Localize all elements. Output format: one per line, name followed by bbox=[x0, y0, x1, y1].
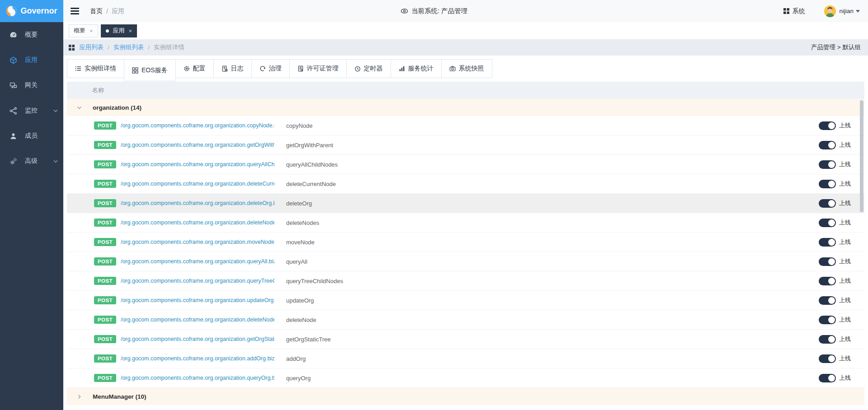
endpoint-path-link[interactable]: /org.gocom.components.coframe.org.organi… bbox=[121, 297, 274, 303]
endpoint-name: queryAll bbox=[286, 258, 307, 265]
method-badge: POST bbox=[94, 121, 116, 130]
table-row[interactable]: POST /org.gocom.components.coframe.org.o… bbox=[67, 213, 864, 233]
close-icon[interactable]: × bbox=[129, 28, 132, 34]
sidebar-item-overview[interactable]: 概要 bbox=[0, 22, 63, 47]
tab-label: 治理 bbox=[269, 65, 282, 73]
online-label: 上线 bbox=[839, 180, 851, 188]
method-badge: POST bbox=[94, 219, 116, 227]
tab-instance-group-detail[interactable]: 实例组详情 bbox=[67, 60, 124, 78]
table-row[interactable]: POST /org.gocom.components.coframe.org.o… bbox=[67, 310, 864, 330]
method-badge: POST bbox=[94, 238, 116, 246]
chevron-down-icon bbox=[77, 105, 82, 110]
table-row[interactable]: POST /org.gocom.components.coframe.org.o… bbox=[67, 349, 864, 368]
online-toggle[interactable] bbox=[819, 354, 836, 363]
table-row[interactable]: POST /org.gocom.components.coframe.org.o… bbox=[67, 291, 864, 310]
online-toggle[interactable] bbox=[819, 316, 836, 324]
endpoint-path-link[interactable]: /org.gocom.components.coframe.org.organi… bbox=[121, 161, 274, 168]
scrollbar-thumb[interactable] bbox=[860, 100, 863, 212]
table-group-menumanager[interactable]: MenuManager (10) bbox=[67, 388, 864, 405]
tab-log[interactable]: 日志 bbox=[214, 60, 252, 78]
sidebar-item-application[interactable]: 应用 bbox=[0, 47, 63, 73]
endpoint-path-link[interactable]: /org.gocom.components.coframe.org.organi… bbox=[121, 317, 274, 323]
endpoint-name: queryTreeChildNodes bbox=[286, 278, 343, 284]
endpoint-path-link[interactable]: /org.gocom.components.coframe.org.organi… bbox=[121, 200, 274, 206]
endpoint-path-link[interactable]: /org.gocom.components.coframe.org.organi… bbox=[121, 336, 274, 342]
chevron-down-icon bbox=[53, 159, 58, 163]
table-row[interactable]: POST /org.gocom.components.coframe.org.o… bbox=[67, 194, 864, 213]
online-toggle[interactable] bbox=[819, 180, 836, 188]
gateway-icon bbox=[9, 82, 17, 89]
table-row[interactable]: POST /org.gocom.components.coframe.org.o… bbox=[67, 233, 864, 252]
tab-label: 服务统计 bbox=[408, 65, 434, 73]
endpoint-path-link[interactable]: /org.gocom.components.coframe.org.organi… bbox=[121, 142, 274, 148]
tab-config[interactable]: 配置 bbox=[176, 60, 214, 78]
endpoint-path-link[interactable]: /org.gocom.components.coframe.org.organi… bbox=[121, 181, 274, 187]
online-toggle[interactable] bbox=[819, 277, 836, 285]
page-breadcrumb-bar: 应用列表 / 实例组列表 / 实例组详情 产品管理 > 默认组 bbox=[63, 39, 868, 56]
endpoint-path-link[interactable]: /org.gocom.components.coframe.org.organi… bbox=[121, 219, 274, 226]
tab-system-snapshot[interactable]: 系统快照 bbox=[442, 60, 492, 78]
online-toggle[interactable] bbox=[819, 257, 836, 266]
online-toggle[interactable] bbox=[819, 219, 836, 227]
tab-governance[interactable]: 治理 bbox=[252, 60, 290, 78]
sidebar: 概要 应用 网关 监控 成员 高级 bbox=[0, 22, 63, 410]
toggle-knob bbox=[828, 355, 835, 362]
breadcrumb-separator: / bbox=[106, 8, 108, 15]
row-actions: 上线 bbox=[819, 296, 864, 305]
online-label: 上线 bbox=[839, 296, 851, 304]
close-icon[interactable]: × bbox=[90, 28, 93, 34]
sidebar-item-label: 概要 bbox=[25, 31, 38, 39]
table-row[interactable]: POST /org.gocom.components.coframe.org.o… bbox=[67, 252, 864, 271]
user-menu[interactable]: nijian bbox=[839, 8, 860, 14]
hamburger-menu-icon[interactable] bbox=[71, 8, 79, 14]
main-content: 概要 × 应用 × 应用列表 / 实例组列表 / 实例组详情 产品管理 > 默认… bbox=[63, 22, 868, 410]
tab-chip-overview[interactable]: 概要 × bbox=[69, 24, 98, 37]
tab-timer[interactable]: 定时器 bbox=[347, 60, 391, 78]
sidebar-item-advanced[interactable]: 高级 bbox=[0, 149, 63, 174]
method-badge: POST bbox=[94, 296, 116, 304]
tab-eos-service[interactable]: EOS服务 bbox=[124, 60, 176, 81]
online-toggle[interactable] bbox=[819, 160, 836, 169]
breadcrumb-home-link[interactable]: 首页 bbox=[90, 7, 103, 15]
table-row[interactable]: POST /org.gocom.components.coframe.org.o… bbox=[67, 135, 864, 155]
endpoint-path-link[interactable]: /org.gocom.components.coframe.org.organi… bbox=[121, 375, 274, 381]
online-toggle[interactable] bbox=[819, 374, 836, 382]
endpoint-path-link[interactable]: /org.gocom.components.coframe.org.organi… bbox=[121, 122, 274, 129]
tab-chip-application[interactable]: 应用 × bbox=[101, 24, 137, 37]
table-row[interactable]: POST /org.gocom.components.coframe.org.o… bbox=[67, 116, 864, 135]
endpoint-path-link[interactable]: /org.gocom.components.coframe.org.organi… bbox=[121, 278, 274, 284]
sidebar-item-gateway[interactable]: 网关 bbox=[0, 73, 63, 98]
method-badge: POST bbox=[94, 160, 116, 168]
sidebar-item-monitor[interactable]: 监控 bbox=[0, 98, 63, 123]
online-toggle[interactable] bbox=[819, 335, 836, 344]
sidebar-item-member[interactable]: 成员 bbox=[0, 123, 63, 149]
breadcrumb-separator: / bbox=[108, 44, 109, 51]
endpoint-path-link[interactable]: /org.gocom.components.coframe.org.organi… bbox=[121, 355, 274, 362]
table-row[interactable]: POST /org.gocom.components.coframe.org.o… bbox=[67, 174, 864, 194]
user-avatar[interactable] bbox=[824, 5, 836, 17]
table-row[interactable]: POST /org.gocom.components.coframe.org.o… bbox=[67, 271, 864, 291]
table-row[interactable]: POST /org.gocom.components.coframe.org.o… bbox=[67, 155, 864, 174]
method-badge: POST bbox=[94, 354, 116, 363]
endpoint-name: deleteNode bbox=[286, 317, 316, 323]
breadcrumb-instance-group-list-link[interactable]: 实例组列表 bbox=[113, 43, 144, 51]
table-row[interactable]: POST /org.gocom.components.coframe.org.o… bbox=[67, 368, 864, 388]
endpoint-path-link[interactable]: /org.gocom.components.coframe.org.organi… bbox=[121, 239, 274, 245]
endpoint-path-link[interactable]: /org.gocom.components.coframe.org.organi… bbox=[121, 258, 274, 265]
online-toggle[interactable] bbox=[819, 141, 836, 149]
online-toggle[interactable] bbox=[819, 199, 836, 208]
table-row[interactable]: POST /org.gocom.components.coframe.org.o… bbox=[67, 330, 864, 349]
list-icon bbox=[75, 65, 81, 72]
online-toggle[interactable] bbox=[819, 121, 836, 130]
system-menu-button[interactable]: 系统 bbox=[783, 7, 805, 15]
breadcrumb-app-list-link[interactable]: 应用列表 bbox=[79, 43, 104, 51]
online-toggle[interactable] bbox=[819, 238, 836, 247]
online-toggle[interactable] bbox=[819, 296, 836, 305]
toggle-knob bbox=[828, 142, 835, 149]
tab-label: 日志 bbox=[231, 65, 244, 73]
logo-swirl-icon bbox=[6, 5, 17, 17]
tab-service-stats[interactable]: 服务统计 bbox=[391, 60, 442, 78]
refresh-arrows-icon bbox=[259, 65, 266, 72]
table-group-organization[interactable]: organization (14) bbox=[67, 99, 864, 116]
tab-license-management[interactable]: 许可证管理 bbox=[290, 60, 347, 78]
